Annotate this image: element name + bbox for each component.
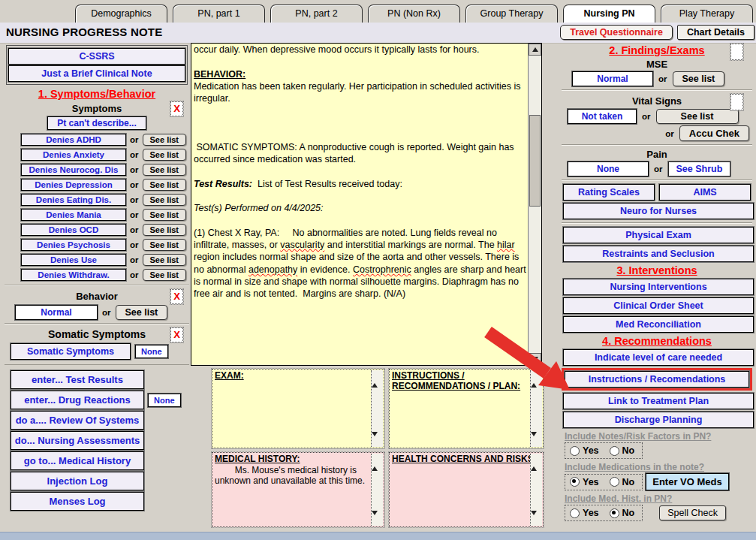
see-list-button[interactable]: See list bbox=[143, 164, 187, 176]
pt-cant-describe-button[interactable]: Pt can't describe... bbox=[47, 116, 146, 130]
instructions-recomendations-button[interactable]: Instructions / Recomendations bbox=[565, 371, 749, 388]
vitals-see-list-button[interactable]: See list bbox=[656, 109, 739, 124]
tab-pn-part-2[interactable]: PN, part 2 bbox=[270, 5, 363, 23]
tab-demographics[interactable]: Demographics bbox=[75, 5, 167, 23]
instructions-textarea[interactable]: INSTRUCTIONS / RECOMMENDATIONS / PLAN: bbox=[389, 369, 544, 448]
nav-button[interactable]: do a.... Review Of Systems bbox=[11, 411, 144, 430]
tab-pn-part-1[interactable]: PN, part 1 bbox=[173, 5, 265, 23]
chart-details-button[interactable]: Chart Details bbox=[677, 25, 754, 40]
radio-yes[interactable]: Yes bbox=[570, 477, 599, 487]
instructions-scrollbar[interactable] bbox=[530, 370, 542, 447]
behavior-see-list-button[interactable]: See list bbox=[116, 305, 168, 320]
see-list-button[interactable]: See list bbox=[143, 239, 187, 251]
pain-value-button[interactable]: None bbox=[568, 161, 649, 176]
scroll-up-icon[interactable] bbox=[372, 370, 383, 381]
radio-yes-icon[interactable] bbox=[570, 446, 580, 456]
somatic-x-checkbox[interactable]: X bbox=[170, 327, 183, 342]
tab-group-therapy[interactable]: Group Therapy bbox=[465, 5, 558, 23]
scrollbar-thumb[interactable] bbox=[529, 115, 541, 207]
radio-yes[interactable]: Yes bbox=[570, 508, 599, 518]
tab-play-therapy[interactable]: Play Therapy bbox=[661, 5, 753, 23]
nav-button[interactable]: do... Nursing Assessments bbox=[11, 431, 144, 450]
somatic-symptoms-button[interactable]: Somatic Symptoms bbox=[11, 343, 131, 360]
see-shrub-button[interactable]: See Shrub bbox=[668, 161, 731, 176]
see-list-button[interactable]: See list bbox=[143, 224, 187, 236]
tab-nursing-pn[interactable]: Nursing PN bbox=[563, 5, 655, 23]
accu-chek-button[interactable]: Accu Chek bbox=[679, 125, 749, 141]
scroll-up-icon[interactable] bbox=[531, 454, 542, 464]
behavior-value-button[interactable]: Normal bbox=[15, 305, 98, 320]
radio-no[interactable]: No bbox=[610, 477, 635, 487]
see-list-button[interactable]: See list bbox=[143, 194, 187, 206]
rating-scales-button[interactable]: Rating Scales bbox=[563, 184, 655, 201]
vitals-value-button[interactable]: Not taken bbox=[568, 109, 637, 124]
symptom-denies-button[interactable]: Denies Anxiety bbox=[21, 149, 126, 161]
med-reconciliation-button[interactable]: Med Reconciliation bbox=[563, 316, 754, 333]
scroll-down-icon[interactable] bbox=[372, 436, 383, 447]
see-list-button[interactable]: See list bbox=[143, 134, 187, 146]
medical-history-textarea[interactable]: MEDICAL HISTORY: Ms. Mouse's medical his… bbox=[212, 452, 384, 527]
symptom-denies-button[interactable]: Denies OCD bbox=[21, 224, 126, 236]
health-concerns-scrollbar[interactable] bbox=[530, 454, 542, 526]
exam-scrollbar[interactable] bbox=[371, 370, 383, 447]
physical-exam-button[interactable]: Physical Exam bbox=[563, 227, 754, 243]
scroll-down-icon[interactable] bbox=[531, 515, 542, 526]
tab-pn-non-rx-[interactable]: PN (Non Rx) bbox=[368, 5, 460, 23]
discharge-planning-button[interactable]: Discharge Planning bbox=[563, 412, 754, 428]
clinical-order-sheet-button[interactable]: Clinical Order Sheet bbox=[563, 297, 754, 314]
scroll-down-icon[interactable] bbox=[529, 353, 541, 365]
nav-none-button[interactable]: None bbox=[148, 394, 181, 407]
scroll-down-icon[interactable] bbox=[372, 515, 383, 526]
mse-see-list-button[interactable]: See list bbox=[673, 71, 725, 86]
symptom-denies-button[interactable]: Denies Use bbox=[21, 254, 126, 266]
link-to-treatment-plan-button[interactable]: Link to Treatment Plan bbox=[563, 393, 754, 409]
scroll-up-icon[interactable] bbox=[372, 454, 383, 464]
nav-button[interactable]: go to... Medical History bbox=[11, 451, 144, 470]
restraints-seclusion-button[interactable]: Restraints and Seclusion bbox=[563, 246, 754, 262]
nursing-interventions-button[interactable]: Nursing Interventions bbox=[563, 279, 754, 295]
nav-button[interactable]: Injection Log bbox=[11, 472, 144, 490]
symptom-denies-button[interactable]: Denies Mania bbox=[21, 209, 126, 221]
behavior-x-checkbox[interactable]: X bbox=[170, 289, 183, 304]
scroll-down-icon[interactable] bbox=[531, 436, 542, 447]
symptom-denies-button[interactable]: Denies Withdraw. bbox=[21, 269, 126, 281]
health-concerns-textarea[interactable]: HEALTH CONCERNS AND RISKS: bbox=[389, 452, 544, 527]
findings-checkbox[interactable] bbox=[730, 44, 743, 60]
radio-no[interactable]: No bbox=[610, 445, 635, 456]
cssrs-button[interactable]: C-SSRS bbox=[8, 48, 185, 65]
nav-button[interactable]: enter... Drug Reactions bbox=[11, 391, 144, 409]
somatic-none-button[interactable]: None bbox=[135, 345, 168, 358]
travel-questionnaire-button[interactable]: Travel Questionnaire bbox=[560, 25, 673, 40]
mse-value-button[interactable]: Normal bbox=[572, 71, 653, 86]
spell-check-button[interactable]: Spell Check bbox=[659, 505, 726, 520]
nav-button[interactable]: Menses Log bbox=[11, 492, 144, 511]
see-list-button[interactable]: See list bbox=[143, 209, 187, 221]
radio-yes-icon[interactable] bbox=[570, 508, 580, 518]
scroll-up-icon[interactable] bbox=[529, 44, 541, 56]
symptoms-x-checkbox[interactable]: X bbox=[170, 101, 183, 116]
see-list-button[interactable]: See list bbox=[143, 254, 187, 266]
symptom-denies-button[interactable]: Denies Eating Dis. bbox=[21, 194, 126, 206]
aims-button[interactable]: AIMS bbox=[659, 184, 751, 201]
see-list-button[interactable]: See list bbox=[143, 149, 187, 161]
radio-no-icon[interactable] bbox=[610, 508, 619, 518]
see-list-button[interactable]: See list bbox=[143, 269, 187, 281]
medical-history-scrollbar[interactable] bbox=[371, 454, 383, 526]
vitals-checkbox[interactable] bbox=[730, 94, 743, 110]
nav-button[interactable]: enter... Test Results bbox=[11, 370, 144, 389]
radio-no-icon[interactable] bbox=[610, 446, 619, 456]
symptom-denies-button[interactable]: Denies ADHD bbox=[21, 134, 126, 146]
symptom-denies-button[interactable]: Denies Depression bbox=[21, 179, 126, 191]
brief-clinical-note-button[interactable]: Just a Brief Clinical Note bbox=[8, 65, 185, 82]
scroll-up-icon[interactable] bbox=[531, 370, 542, 381]
radio-no[interactable]: No bbox=[610, 508, 635, 518]
enter-vo-meds-button[interactable]: Enter VO Meds bbox=[646, 473, 728, 490]
progress-note-textarea[interactable]: occur daily. When depressive mood occurs… bbox=[191, 43, 542, 366]
see-list-button[interactable]: See list bbox=[143, 179, 187, 191]
radio-no-icon[interactable] bbox=[610, 477, 619, 487]
indicate-level-of-care-needed-button[interactable]: Indicate level of care needed bbox=[563, 349, 754, 366]
radio-yes-icon[interactable] bbox=[570, 477, 580, 487]
symptom-denies-button[interactable]: Denies Neurocog. Dis bbox=[21, 164, 126, 176]
radio-yes[interactable]: Yes bbox=[570, 445, 599, 456]
note-scrollbar[interactable] bbox=[528, 44, 541, 365]
